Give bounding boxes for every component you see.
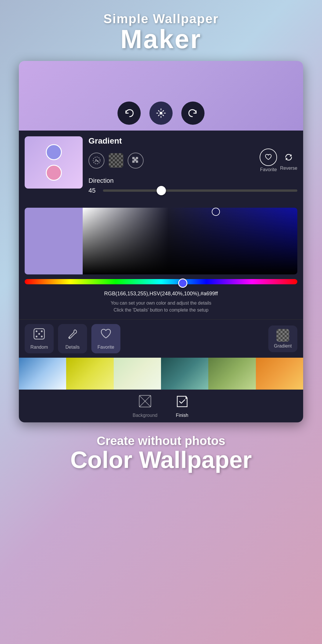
color-hint-line1: You can set your own color and adjust th… [111,301,211,305]
footer-subtitle: Create without photos [12,434,310,448]
header-title: Maker [0,26,322,52]
color-picker-canvas[interactable] [25,208,297,274]
color-gradient-canvas[interactable] [83,208,297,274]
swatch-2[interactable] [66,358,113,390]
swatch-6[interactable] [256,358,303,390]
bottom-toolbar: Random Details Favorite Gradi [19,319,303,358]
background-label: Background [133,413,157,418]
gradient-swatches [19,358,303,390]
color-edit-icon[interactable] [88,153,104,169]
color-picker-area: RGB(166,153,255),HSV(248,40%,100%),#a699… [19,205,303,319]
checker-icon[interactable] [109,153,123,168]
favorite-toolbar-label: Favorite [97,345,114,350]
color-swatch-1[interactable] [46,144,62,160]
random-button[interactable]: Random [25,324,54,353]
app-container: Gradient [19,61,303,422]
direction-label: Direction [88,177,297,184]
random-label: Random [30,345,48,350]
color-hint-line2: Click the 'Details' button to complete t… [113,307,208,312]
color-picker-thumb[interactable] [212,208,220,216]
direction-row: Direction 45 [88,177,297,194]
color-swatches [25,136,83,189]
reverse-button[interactable]: Reverse [280,150,297,171]
details-label: Details [66,345,80,350]
gradient-label: Gradient [88,136,297,146]
puzzle-icon[interactable] [128,153,144,169]
svg-point-14 [69,337,70,338]
header-subtitle: Simple Wallpaper [0,12,322,26]
gradient-toolbar-button[interactable]: Gradient [268,325,297,352]
gradient-icons: Favorite Reverse [88,149,297,172]
wallpaper-preview [19,61,303,131]
swatch-5[interactable] [208,358,256,390]
heart-icon [100,328,112,343]
color-swatch-2[interactable] [46,165,62,181]
edit-button[interactable] [149,102,173,125]
details-button[interactable]: Details [58,324,87,353]
finish-button[interactable]: Finish [175,394,189,418]
svg-point-10 [41,330,43,332]
fav-reverse-group: Favorite Reverse [260,149,297,172]
svg-point-13 [38,333,40,335]
control-panel: Gradient [19,131,303,205]
direction-value: 45 [88,187,99,194]
svg-point-11 [36,336,37,337]
reverse-label: Reverse [280,166,297,171]
background-button[interactable]: Background [133,394,157,418]
svg-point-0 [160,112,162,115]
dice-icon [33,328,46,343]
color-info: RGB(166,153,255),HSV(248,40%,100%),#a699… [25,291,297,297]
bottom-bar: Background Finish [19,390,303,422]
direction-slider-row: 45 [88,187,297,194]
svg-point-9 [36,330,37,332]
checker-toolbar-icon [276,329,289,342]
favorite-button[interactable]: Favorite [260,149,277,172]
swatch-3[interactable] [114,358,161,390]
gradient-layer-2 [83,208,297,274]
color-hint: You can set your own color and adjust th… [25,300,297,314]
svg-point-12 [41,336,43,337]
undo-button[interactable] [117,102,141,125]
hue-slider-container[interactable] [25,279,297,287]
hue-slider-thumb[interactable] [178,278,187,288]
wrench-icon [66,328,79,343]
swatch-1[interactable] [19,358,66,390]
hue-slider-track[interactable] [25,279,297,284]
footer-title: Color Wallpaper [12,448,310,472]
gradient-controls: Gradient [88,136,297,194]
favorite-toolbar-button[interactable]: Favorite [91,324,120,353]
gradient-toolbar-label: Gradient [274,343,292,349]
redo-button[interactable] [181,102,205,125]
color-solid-preview [25,208,83,274]
direction-thumb[interactable] [157,186,166,195]
footer: Create without photos Color Wallpaper [0,425,322,472]
finish-label: Finish [176,413,188,418]
background-icon [138,394,152,411]
header: Simple Wallpaper Maker [0,0,322,58]
swatch-4[interactable] [161,358,208,390]
direction-slider[interactable] [103,189,297,192]
favorite-label: Favorite [260,167,277,172]
finish-icon [175,394,189,411]
gradient-row: Gradient [25,136,297,194]
